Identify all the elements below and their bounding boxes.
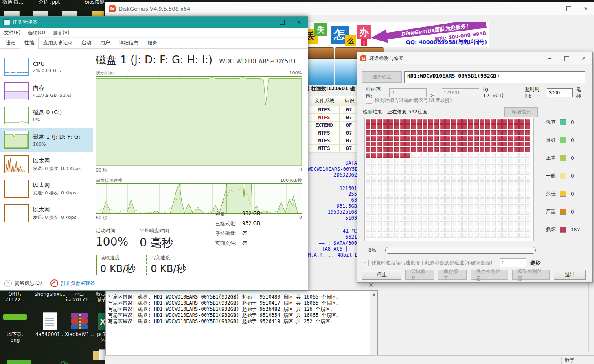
sync-icon[interactable]	[60, 362, 71, 364]
desktop-icon[interactable]: 地下载. png	[0, 312, 33, 343]
minimize-button[interactable]: ─	[543, 2, 560, 15]
details-button[interactable]: 详细信息	[504, 107, 538, 117]
legend-swatch	[560, 191, 566, 197]
legend-swatch	[560, 173, 566, 179]
legend-swatch	[560, 209, 566, 215]
active-time-graph	[96, 76, 302, 166]
maximize-button[interactable]	[560, 2, 577, 15]
sidebar-item-disk0[interactable]: 磁盘 0 (C:)0%	[0, 103, 93, 128]
tab-services[interactable]: 服务	[143, 37, 162, 48]
sidebar-item-ethernet2[interactable]: 以太网发送: 0 接收: 0 Kbps	[0, 177, 93, 201]
sidebar-item-ethernet1[interactable]: 以太网发送: 0 接收: 8.0 Kbps	[0, 152, 93, 177]
disk0-thumbnail-icon	[4, 107, 29, 124]
read-speed-stat: 读取速度 0 KB/秒	[96, 255, 136, 275]
log-line: 写扇区错误! 磁盘: HD1:WDCWD10EARS-00Y5B1(932GB)…	[108, 306, 368, 312]
tab-performance[interactable]: 性能	[20, 37, 39, 49]
avg-response-stat: 平均响应时间 0 毫秒	[140, 227, 173, 251]
save-report-button[interactable]: 保存报表	[438, 270, 467, 280]
tab-startup[interactable]: 启动	[77, 37, 96, 48]
image-icon[interactable]	[7, 360, 31, 364]
scrollbar[interactable]: ▲	[370, 291, 377, 358]
desktop-label[interactable]: 微博 微...	[2, 0, 23, 6]
legend-row-severe: 严重0	[546, 208, 574, 215]
menu-options[interactable]: 选项(O)	[24, 29, 49, 36]
disk-properties: 容量:932 GB 已格式化:932 GB 系统磁盘:否 页面文件:否	[215, 211, 260, 250]
folder-icon[interactable]	[93, 351, 106, 360]
open-resource-monitor-link[interactable]: 打开资源监视器	[61, 280, 95, 287]
desktop-icon[interactable]	[92, 11, 104, 16]
legend-row-fair: 一般0	[546, 172, 574, 179]
disk-title: 磁盘 1 (J: D: F: G: H: I:)	[96, 53, 213, 67]
cylinder-to-input[interactable]	[442, 88, 479, 97]
sidebar-item-memory[interactable]: 内存4.2/7.9 GB (53%)	[0, 79, 93, 103]
diskgenius-logo-icon: G	[109, 5, 116, 12]
try-repair-button[interactable]: 尝试修复	[405, 270, 434, 280]
close-button[interactable]: ✕	[291, 17, 308, 28]
desktop-icon[interactable]	[33, 11, 48, 16]
bad-sector-grid	[364, 118, 534, 241]
report-sector-checkbox[interactable]	[366, 98, 372, 104]
window-title: 任务管理器	[13, 19, 256, 26]
exit-button[interactable]: 退出	[554, 270, 586, 280]
desktop-icon[interactable]	[62, 11, 77, 16]
banner-qq: QQ: 4000089958(与电话同号)	[406, 39, 487, 46]
minimize-button[interactable]: ─	[256, 17, 274, 28]
tab-app-history[interactable]: 应用历史记录	[39, 37, 77, 48]
disk-field: HD1:WDCWD10EARS-00Y5B1(932GB)	[404, 71, 585, 83]
dialog-titlebar[interactable]: G 坏道检测与修复 ─ ✕	[357, 52, 592, 64]
banner-tile: 失	[314, 23, 327, 36]
column-header: 文件系统	[309, 96, 340, 106]
partition-block[interactable]	[307, 47, 334, 85]
save-detect-info-button[interactable]: 保存检测信息	[471, 270, 508, 280]
load-detect-info-button[interactable]: 读取检测信息	[512, 270, 550, 280]
legend-swatch	[560, 155, 566, 161]
tab-details[interactable]: 详细信息	[114, 37, 143, 48]
log-line: 写扇区错误! 磁盘: HD1:WDCWD10EARS-00Y5B1(932GB)…	[108, 294, 368, 300]
image-icon	[0, 312, 33, 330]
desktop-icon[interactable]	[4, 11, 20, 16]
desktop-label[interactable]: 介绍-.ppt	[39, 0, 60, 6]
active-time-stat: 活动时间 100%	[96, 227, 128, 251]
legend-row-normal: 正常0	[546, 155, 574, 161]
task-manager-footer: ⌃ 简略信息(D) 打开资源监视器	[0, 276, 308, 290]
write-speed-stat: 写入速度 0 KB/秒	[146, 255, 186, 275]
close-button[interactable]: ✕	[577, 2, 594, 15]
menu-file[interactable]: 文件(F)	[0, 29, 24, 36]
chevron-up-icon[interactable]: ⌃	[4, 280, 12, 287]
task-manager-titlebar[interactable]: 任务管理器 ─ ✕	[0, 17, 308, 28]
tab-bar: 进程 性能 应用历史记录 启动 用户 详细信息 服务	[0, 38, 308, 49]
tab-processes[interactable]: 进程	[1, 37, 20, 48]
disk-model: WDC WD10EARS-00Y5B1	[219, 58, 296, 65]
maximize-button[interactable]	[558, 52, 575, 64]
desktop-icon[interactable]: Q图片 71122...	[0, 291, 33, 303]
sidebar-item-cpu[interactable]: CPU2% 0.84 GHz	[0, 54, 93, 79]
repair-slow-tracks-checkbox[interactable]	[363, 260, 369, 266]
minimize-button[interactable]: ─	[541, 52, 558, 64]
less-details-toggle[interactable]: 简略信息(D)	[15, 280, 42, 287]
legend-swatch	[560, 119, 566, 125]
progress-bar	[385, 247, 536, 254]
select-disk-button[interactable]: 选择硬盘	[362, 71, 402, 83]
maximize-button[interactable]	[274, 17, 291, 28]
disk-info-line: ) 柱面数:121601 磁	[307, 85, 355, 92]
diskgenius-logo-icon: G	[360, 55, 366, 61]
timeout-input[interactable]	[547, 88, 573, 97]
task-manager-icon	[3, 19, 10, 25]
repair-ms-input[interactable]	[500, 258, 526, 267]
tab-users[interactable]: 用户	[96, 37, 114, 48]
log-line: 写扇区错误! 磁盘: HD1:WDCWD10EARS-00Y5B1(932GB)…	[108, 300, 368, 306]
sidebar-item-disk1[interactable]: 磁盘 1 (J: D: F: G:100%	[0, 128, 93, 152]
disk1-thumbnail-icon	[4, 131, 29, 149]
cylinder-from-input[interactable]	[389, 88, 427, 97]
disk-details-panel: SATA WDCWD10EARS-00Y5B1 2D632D62 121601 …	[308, 160, 357, 258]
desktop-label[interactable]: bios按键	[85, 0, 105, 6]
sidebar-item-ethernet3[interactable]: 以太网发送: 0 接收: 0 Kbps	[0, 201, 93, 225]
ethernet-thumbnail-icon	[4, 180, 29, 198]
diskgenius-titlebar[interactable]: G DiskGenius V4.9.5.508 x64 ─ ✕	[105, 2, 594, 15]
menu-view[interactable]: 查看(V)	[49, 29, 73, 36]
column-header: 标识	[340, 96, 359, 106]
close-button[interactable]: ✕	[575, 52, 592, 64]
status-bar: 数字	[105, 355, 594, 364]
stop-button[interactable]: 停止	[362, 270, 401, 280]
scroll-up-icon[interactable]: ▲	[370, 291, 377, 297]
